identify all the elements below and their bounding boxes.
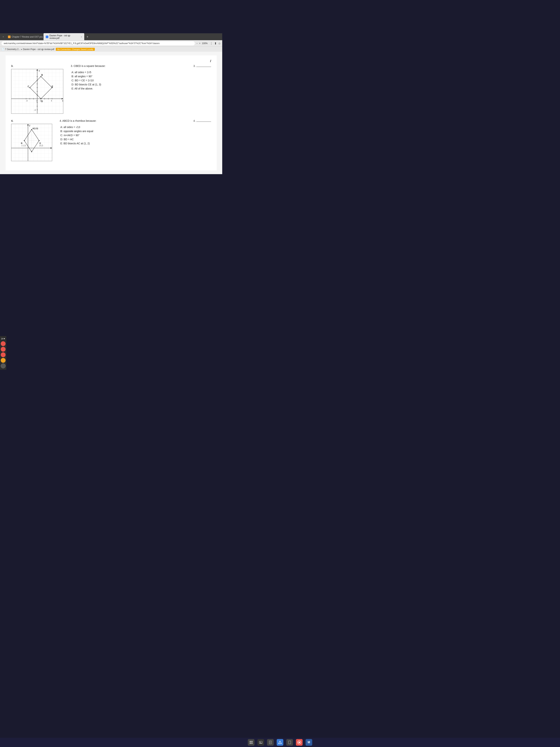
- svg-text:-3: -3: [34, 109, 36, 111]
- problem-4-header: 4. ABCD is a rhombus because: 4.: [60, 119, 211, 124]
- minus-button[interactable]: −: [196, 42, 197, 45]
- main-content: 𝐼 3.: [0, 52, 222, 174]
- svg-point-35: [52, 87, 53, 88]
- svg-text:B: B: [41, 74, 43, 76]
- status-text: No Connection. Changes Saved Locally: [57, 48, 93, 50]
- cursor-symbol: 𝐼: [210, 59, 211, 63]
- choice-3b: B: all angles = 90°: [71, 75, 211, 78]
- problem-3-svg: y x -4 O D 4 -3: [11, 69, 63, 113]
- choice-4c: C: m<AKD = 90°: [60, 134, 211, 137]
- dark-background: [0, 0, 222, 33]
- choice-4b: B: opposite angles are equal: [60, 130, 211, 133]
- problem-3-section: 3.: [11, 65, 211, 114]
- choice-3a: A: all sides = 2√5: [71, 71, 211, 74]
- bookmark-button[interactable]: ☆: [218, 42, 221, 45]
- svg-text:A(1,5): A(1,5): [32, 127, 38, 129]
- svg-point-48: [39, 140, 39, 141]
- svg-point-34: [29, 87, 30, 88]
- share-button[interactable]: ⬆: [214, 42, 217, 45]
- address-bar[interactable]: web.kamihq.com/web/viewer.html?state=%7B…: [1, 41, 195, 45]
- svg-point-46: [31, 129, 32, 130]
- choice-4a: A: all sides = √13: [60, 126, 211, 129]
- choice-4d: D: BD = AC: [60, 138, 211, 141]
- tab-bar: × Chapter 7 Review and OST pract × Davie…: [0, 33, 222, 40]
- zoom-level: 100%: [202, 42, 208, 45]
- svg-point-49: [31, 151, 32, 152]
- choice-4e: E: BD bisects AC at (1, 2): [60, 142, 211, 145]
- tab-favicon-inactive: [8, 35, 10, 38]
- svg-text:-4: -4: [26, 100, 28, 102]
- problem-4-grid: y A(1,5): [11, 124, 52, 161]
- svg-text:x: x: [62, 99, 63, 102]
- svg-point-36: [41, 98, 42, 99]
- breadcrumb-icon: 📄: [1, 48, 4, 51]
- problem-3-grid: y x -4 O D 4 -3: [11, 69, 63, 114]
- tab-active-close[interactable]: ×: [81, 36, 82, 38]
- svg-text:D: D: [41, 100, 43, 103]
- problem-3-choices: 3. CBED is a square because: 3. A: all s…: [71, 65, 211, 91]
- problem-3-question: 3. CBED is a square because:: [71, 65, 106, 68]
- breadcrumb-separator: ▸: [21, 48, 22, 51]
- svg-text:(-1,2): (-1,2): [22, 145, 26, 147]
- problem-3-header: 3. CBED is a square because: 3.: [71, 65, 211, 69]
- new-tab-button[interactable]: +: [85, 35, 90, 39]
- more-options-button[interactable]: ⋮: [210, 42, 213, 45]
- svg-point-47: [24, 140, 25, 141]
- svg-text:y: y: [29, 124, 30, 127]
- svg-text:O: O: [36, 100, 38, 102]
- breadcrumb-child[interactable]: Davien Pope - ost qp review.pdf: [23, 48, 54, 51]
- svg-text:4: 4: [51, 100, 52, 102]
- browser-chrome: × Chapter 7 Review and OST pract × Davie…: [0, 33, 222, 52]
- plus-button[interactable]: +: [199, 42, 201, 45]
- problem-4-svg: y A(1,5): [11, 124, 52, 161]
- breadcrumb-root[interactable]: 7 Geometry 2...: [5, 48, 20, 51]
- breadcrumb: 📄 7 Geometry 2... ▸ Davien Pope - ost qp…: [1, 48, 54, 51]
- problem-3-graph-area: 3.: [11, 65, 63, 114]
- tab-active[interactable]: Davien Pope - ost qp review.pdf ×: [44, 33, 84, 41]
- problem-4-section: 4.: [11, 119, 211, 161]
- svg-text:(3,2): (3,2): [39, 145, 43, 147]
- cursor-indicator: 𝐼: [11, 59, 211, 63]
- svg-text:B: B: [21, 142, 22, 144]
- tab-favicon-active: [46, 35, 48, 38]
- url-text: web.kamihq.com/web/viewer.html?state=%7B…: [4, 42, 160, 45]
- problem-3-number: 3.: [11, 65, 63, 68]
- problem-4-blank-label: 4.: [193, 119, 211, 122]
- svg-text:y: y: [39, 69, 40, 72]
- problem-4-choices: 4. ABCD is a rhombus because: 4. A: all …: [60, 119, 211, 146]
- close-button[interactable]: ×: [1, 35, 5, 38]
- tab-inactive[interactable]: Chapter 7 Review and OST pract ×: [6, 34, 43, 39]
- page-content: 𝐼 3.: [5, 55, 217, 171]
- problem-4-question: 4. ABCD is a rhombus because:: [60, 119, 96, 122]
- problem-3-blank-label: 3.: [193, 65, 211, 68]
- status-badge: No Connection. Changes Saved Locally: [56, 48, 95, 51]
- address-bar-row: web.kamihq.com/web/viewer.html?state=%7B…: [0, 40, 222, 47]
- svg-point-33: [41, 76, 42, 77]
- problem-4-graph-area: 4.: [11, 119, 52, 161]
- svg-text:C: C: [28, 85, 29, 88]
- choice-3d: D: BD bisects CE at (1, 3): [71, 83, 211, 86]
- problem-4-number: 4.: [11, 119, 52, 122]
- toolbar-row: 📄 7 Geometry 2... ▸ Davien Pope - ost qp…: [0, 47, 222, 52]
- choice-3e: E: All of the above.: [71, 87, 211, 90]
- choice-3c: C: BD = CE = 2√10: [71, 79, 211, 82]
- svg-text:D: D: [39, 142, 41, 144]
- tab-inactive-label: Chapter 7 Review and OST pract: [12, 35, 43, 38]
- tab-active-label: Davien Pope - ost qp review.pdf: [49, 34, 79, 40]
